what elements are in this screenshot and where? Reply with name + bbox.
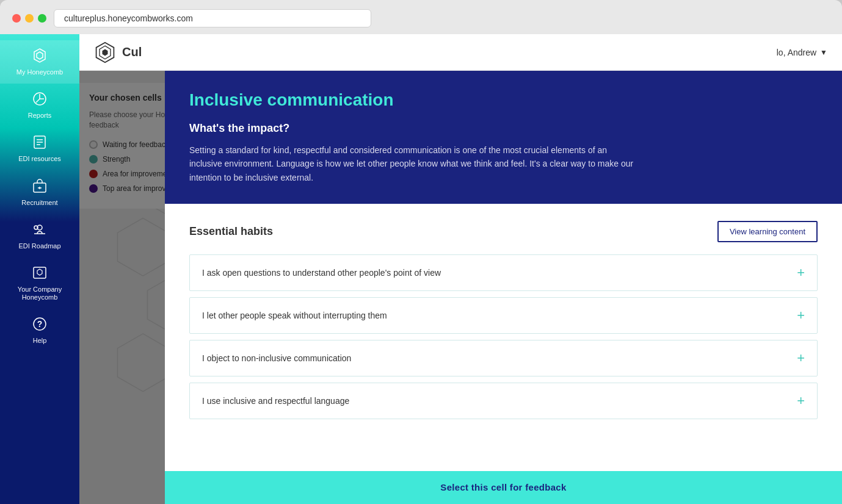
address-bar[interactable]: cultureplus.honeycombworks.com [54,9,371,27]
modal-footer[interactable]: Select this cell for feedback [165,471,842,504]
modal-header: Inclusive communication What's the impac… [165,71,842,204]
sidebar-item-edi-resources[interactable]: EDI resources [0,127,79,170]
browser-chrome: cultureplus.honeycombworks.com [0,0,842,34]
view-learning-content-button[interactable]: View learning content [717,221,818,242]
sidebar-label-your-company-honeycomb: Your Company Honeycomb [5,286,74,301]
sidebar-label-my-honeycomb: My Honeycomb [16,68,63,76]
modal-title: Inclusive communication [189,90,818,110]
maximize-dot[interactable] [38,14,46,23]
app-container: My Honeycomb Reports [0,34,842,504]
habit-expand-2[interactable]: + [797,308,805,323]
modal-body: Essential habits View learning content I… [165,204,842,471]
logo-text: Cul [122,45,142,59]
main-content: Cul lo, Andrew ▼ [79,34,842,504]
browser-dots [12,14,46,23]
modal-panel: Inclusive communication What's the impac… [165,71,842,504]
sidebar-item-help[interactable]: ? Help [0,309,79,352]
reports-icon [32,91,48,109]
sidebar-item-my-honeycomb[interactable]: My Honeycomb [0,40,79,84]
habit-item-3[interactable]: I object to non-inclusive communication … [189,340,818,376]
company-honeycomb-icon [32,265,48,283]
modal-question: What's the impact? [189,122,818,135]
user-name: lo, Andrew [777,48,816,57]
header: Cul lo, Andrew ▼ [79,34,842,71]
logo-hexagon [94,41,116,63]
habit-item-2[interactable]: I let other people speak without interru… [189,297,818,334]
sidebar-label-help: Help [33,337,47,345]
sidebar-label-edi-resources: EDI resources [18,155,61,163]
user-dropdown-icon: ▼ [820,48,827,57]
sidebar-label-edi-roadmap: EDI Roadmap [18,242,60,250]
page-area: Your chosen cells Please choose your Hon… [79,71,842,504]
svg-marker-16 [103,49,108,56]
select-cell-button-text: Select this cell for feedback [440,482,566,492]
essential-habits-title: Essential habits [189,225,273,238]
essential-habits-header: Essential habits View learning content [189,221,818,242]
svg-text:?: ? [37,319,43,329]
my-honeycomb-icon [32,48,48,66]
sidebar-item-recruitment[interactable]: Recruitment [0,171,79,214]
habit-item-1[interactable]: I ask open questions to understand other… [189,254,818,291]
header-user[interactable]: lo, Andrew ▼ [777,48,827,57]
habit-text-2: I let other people speak without interru… [202,311,387,320]
edi-resources-icon [32,134,48,153]
habit-expand-4[interactable]: + [797,393,805,409]
habit-expand-1[interactable]: + [797,265,805,281]
habit-text-1: I ask open questions to understand other… [202,268,441,278]
habit-text-4: I use inclusive and respectful language [202,396,349,406]
sidebar-item-reports[interactable]: Reports [0,84,79,127]
sidebar-label-reports: Reports [28,112,52,120]
help-icon: ? [32,316,48,334]
close-dot[interactable] [12,14,21,23]
minimize-dot[interactable] [25,14,34,23]
sidebar-item-edi-roadmap[interactable]: EDI Roadmap [0,214,79,257]
habit-text-3: I object to non-inclusive communication [202,353,351,363]
sidebar: My Honeycomb Reports [0,34,79,504]
sidebar-label-recruitment: Recruitment [21,199,57,207]
modal-description: Setting a standard for kind, respectful … [189,143,641,184]
logo-area: Cul [94,41,142,63]
habit-expand-3[interactable]: + [797,350,805,366]
recruitment-icon [32,178,48,196]
sidebar-item-your-company-honeycomb[interactable]: Your Company Honeycomb [0,257,79,309]
edi-roadmap-icon [32,221,48,240]
habit-item-4[interactable]: I use inclusive and respectful language … [189,383,818,419]
